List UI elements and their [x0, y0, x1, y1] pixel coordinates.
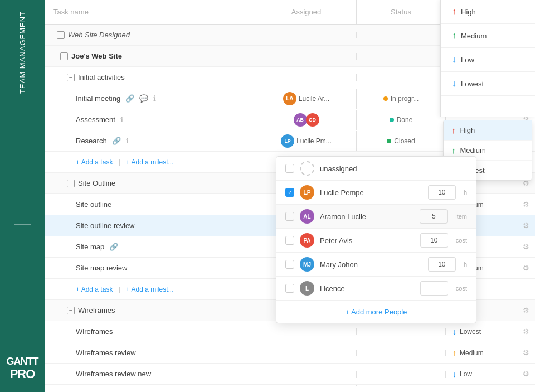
assigned-cell[interactable]: LP Lucile Pm... — [256, 131, 357, 151]
priority-up-icon: ↑ — [452, 7, 456, 17]
task-cell: − Wireframes — [45, 303, 256, 318]
assign-checkbox-checked[interactable]: ✓ — [285, 188, 294, 197]
task-cell: Site map review — [45, 260, 256, 275]
assigned-cell[interactable]: AB CD — [256, 110, 357, 130]
assigned-cell — [256, 74, 357, 81]
priority-arrow-down: ↓ — [453, 370, 456, 379]
assign-qty[interactable]: 10 — [420, 233, 448, 248]
assign-person-name: Aramon Lucile — [320, 212, 414, 221]
table-row: Site map review PA Peter Avis Closed ↓ L… — [45, 385, 535, 386]
assign-dropdown: unassigned ✓ LP Lucile Pempe 10 h AL Ara… — [276, 156, 476, 323]
assign-row-licence[interactable]: L Licence cost — [276, 277, 476, 301]
add-milestone-link[interactable]: + Add a milest... — [126, 158, 174, 166]
status-cell — [357, 32, 446, 38]
assigned-cell — [256, 53, 357, 60]
assign-person-name: Peter Avis — [320, 236, 415, 245]
gear-icon[interactable]: ⚙ — [523, 243, 529, 251]
priority-option-medium[interactable]: ↑ Medium — [441, 24, 535, 48]
add-more-people-button[interactable]: + Add more People — [276, 301, 476, 323]
task-cell: Site map 🔗 — [45, 239, 256, 254]
priority-arrow-up: ↑ — [453, 349, 456, 357]
priority-option-high[interactable]: ↑ High — [441, 0, 535, 24]
assigned-cell — [256, 32, 357, 38]
link-icon[interactable]: 🔗 — [112, 137, 121, 145]
collapse-icon[interactable]: − — [67, 307, 75, 314]
assign-checkbox[interactable] — [285, 284, 294, 293]
assign-qty[interactable] — [420, 281, 448, 296]
assign-checkbox[interactable] — [285, 212, 294, 221]
gear-icon[interactable]: ⚙ — [523, 306, 529, 314]
gear-icon[interactable]: ⚙ — [523, 264, 529, 272]
comment-icon[interactable]: 💬 — [139, 94, 148, 103]
priority-up-icon: ↑ — [451, 146, 456, 155]
assign-row-mary[interactable]: MJ Mary Johon 10 h — [276, 253, 476, 277]
assigned-cell[interactable] — [256, 328, 357, 335]
collapse-icon[interactable]: − — [57, 31, 65, 39]
table-row: Wireframes review new ↓ Low ⚙ — [45, 364, 535, 385]
info-icon[interactable]: ℹ — [120, 115, 123, 124]
gear-icon[interactable]: ⚙ — [523, 349, 529, 357]
link-icon[interactable]: 🔗 — [109, 243, 118, 251]
assign-unit: cost — [456, 237, 467, 244]
priority-option-label: Low — [461, 56, 474, 64]
assign-checkbox[interactable] — [285, 236, 294, 245]
status-cell — [357, 328, 446, 335]
task-name-wf3: Wireframes review new — [76, 370, 151, 378]
task-cell: + Add a task | + Add a milest... — [45, 154, 256, 170]
task-cell: Site outline review — [45, 218, 256, 233]
logo-gantt: GANTT — [7, 356, 38, 367]
collapse-icon[interactable]: − — [67, 180, 75, 187]
gear-icon[interactable]: ⚙ — [523, 370, 529, 378]
priority-cell: ↓ Lowest — [446, 324, 517, 340]
info-icon[interactable]: ℹ — [153, 94, 156, 103]
task-cell: − Site Outline — [45, 176, 256, 191]
avatar: LP — [300, 185, 314, 200]
assign-row-lucile[interactable]: ✓ LP Lucile Pempe 10 h — [276, 181, 476, 205]
collapse-icon[interactable]: − — [60, 52, 68, 60]
collapse-icon[interactable]: − — [67, 74, 75, 81]
link-icon[interactable]: 🔗 — [125, 94, 134, 103]
add-task-link[interactable]: + Add a task — [76, 285, 113, 293]
gear-icon[interactable]: ⚙ — [523, 200, 529, 209]
assign-row-peter[interactable]: PA Peter Avis 10 cost — [276, 229, 476, 253]
assigned-cell[interactable] — [256, 350, 357, 356]
add-milestone-link[interactable]: + Add a milest... — [126, 285, 174, 293]
assigned-cell[interactable] — [256, 371, 357, 378]
priority-mini-high[interactable]: ↑ High — [444, 120, 532, 141]
assigned-cell[interactable]: PA Peter Avis — [256, 385, 357, 386]
assign-checkbox[interactable] — [285, 164, 294, 173]
priority-cell: ↓ Low — [446, 366, 517, 382]
task-cell: Wireframes review — [45, 345, 256, 360]
status-dot — [383, 96, 388, 101]
priority-option-label: High — [461, 8, 476, 16]
priority-mini-label: Medium — [460, 146, 486, 154]
task-name-so1: Site outline — [76, 200, 111, 209]
assigned-name: Lucile Ar... — [299, 95, 329, 103]
assign-qty[interactable]: 5 — [420, 209, 448, 224]
assign-checkbox[interactable] — [285, 260, 294, 269]
main-content: Task name Assigned Status − Web Site Des… — [45, 0, 535, 392]
add-task-link[interactable]: + Add a task — [76, 158, 113, 166]
info-icon[interactable]: ℹ — [126, 137, 129, 145]
assign-row-aramon[interactable]: AL Aramon Lucile 5 item — [276, 205, 476, 229]
assign-qty[interactable]: 10 — [428, 257, 456, 272]
status-text: Done — [397, 116, 413, 124]
task-cell: Site outline — [45, 197, 256, 212]
priority-option-low[interactable]: ↓ Low — [441, 48, 535, 72]
status-cell: Done — [357, 113, 446, 127]
task-cell: Research 🔗 ℹ — [45, 133, 256, 148]
task-name-initial: Initial activities — [78, 73, 125, 81]
assign-row-unassigned[interactable]: unassigned — [276, 157, 476, 181]
assign-unit: cost — [456, 285, 467, 292]
gear-icon[interactable]: ⚙ — [523, 327, 529, 336]
gear-cell: ⚙ — [517, 264, 535, 272]
gear-icon[interactable]: ⚙ — [523, 221, 529, 230]
task-name-so4: Site map review — [76, 264, 127, 272]
priority-option-lowest[interactable]: ↓ Lowest — [441, 72, 535, 96]
task-name-websitedesigned: Web Site Designed — [68, 31, 130, 39]
sidebar-logo: GANTT PRO — [7, 356, 38, 381]
avatar: LP — [281, 134, 294, 148]
priority-up-icon: ↑ — [451, 125, 456, 135]
assign-qty[interactable]: 10 — [428, 185, 456, 200]
assigned-cell[interactable]: LA Lucile Ar... — [256, 89, 357, 109]
